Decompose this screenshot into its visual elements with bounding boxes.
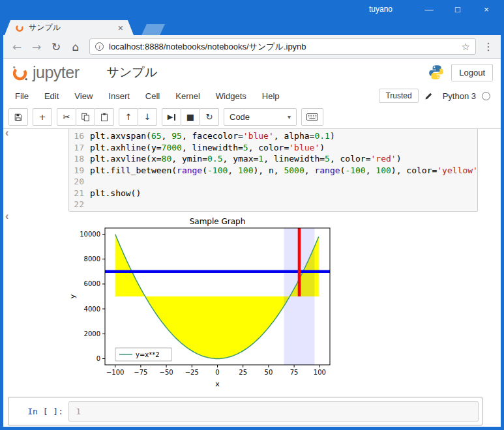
code-line[interactable]: 17plt.axhline(y=7000, linewidth=5, color… [69,142,477,154]
menu-insert[interactable]: Insert [100,91,138,101]
notebook-header: jupyter サンプル Logout [3,59,501,86]
svg-text:100: 100 [314,369,326,376]
menu-widgets[interactable]: Widgets [208,91,254,101]
svg-text:10000: 10000 [80,231,100,238]
bookmark-star-icon[interactable]: ☆ [462,41,470,53]
back-button[interactable]: ← [8,40,25,53]
browser-toolbar: ← → ↻ ⌂ i localhost:8888/notebooks/noteb… [3,35,501,59]
menu-file[interactable]: File [7,91,37,101]
line-number: 20 [69,176,90,188]
reload-button[interactable]: ↻ [48,40,65,53]
svg-text:y: y [68,294,77,298]
add-cell-button[interactable]: + [33,108,52,126]
run-cell-button[interactable]: ▶ [162,108,181,126]
code-cell-input[interactable]: 16plt.axvspan(65, 95, facecolor='blue', … [68,129,478,212]
svg-text:50: 50 [265,369,273,376]
menu-edit[interactable]: Edit [37,91,67,101]
save-button[interactable] [8,108,28,126]
chevron-left-icon: ‹ [5,129,8,139]
svg-text:y=x**2: y=x**2 [136,351,160,358]
kernel-name: Python 3 [443,91,476,101]
svg-text:8000: 8000 [84,255,100,263]
code-line[interactable]: 20 [69,176,477,188]
command-palette-button[interactable] [301,108,323,126]
home-button[interactable]: ⌂ [67,40,84,53]
interrupt-kernel-button[interactable]: ■ [181,108,200,126]
line-number: 21 [69,188,90,199]
svg-text:6000: 6000 [84,280,100,287]
trusted-button[interactable]: Trusted [379,89,418,103]
empty-code-cell[interactable]: In [ ]: 1 [8,397,482,425]
move-cell-up-button[interactable]: ↑ [119,108,138,126]
svg-text:−75: −75 [134,369,147,376]
new-tab-button[interactable] [141,24,165,35]
cell-type-select[interactable]: Code ▾ [224,108,297,126]
run-bar-icon [174,114,175,121]
code-line[interactable]: 18plt.axvline(x=80, ymin=0.5, ymax=1, li… [69,153,477,165]
tab-close-icon[interactable]: × [118,23,123,33]
logout-button[interactable]: Logout [451,64,493,81]
play-icon: ▶ [168,113,173,121]
svg-text:0: 0 [96,355,100,362]
kernel-status-icon [482,92,490,100]
window-user-label: tuyano [369,5,393,14]
browser-tab[interactable]: サンプル × [5,20,134,35]
svg-text:x: x [215,380,220,388]
svg-text:−50: −50 [160,369,173,376]
address-bar[interactable]: i localhost:8888/notebooks/notebooks/サンプ… [89,38,476,55]
minimize-button[interactable]: — [415,0,443,18]
tab-title: サンプル [29,22,113,33]
code-line[interactable]: 22 [69,199,477,210]
window-titlebar[interactable]: tuyano — □ × [3,0,501,18]
line-number: 19 [69,165,90,177]
svg-text:−25: −25 [185,369,199,376]
url-text[interactable]: localhost:8888/notebooks/notebooks/サンプル.… [109,41,456,53]
menu-kernel[interactable]: Kernel [168,91,208,101]
menu-view[interactable]: View [67,91,100,101]
svg-text:−100: −100 [106,369,124,376]
menu-bar-items: FileEditViewInsertCellKernelWidgetsHelp [7,91,288,101]
page-info-icon[interactable]: i [95,42,104,51]
python-logo-icon [428,64,445,81]
restart-kernel-button[interactable]: ↻ [200,108,219,126]
browser-body: ← → ↻ ⌂ i localhost:8888/notebooks/noteb… [3,35,501,427]
input-prompt: In [ ]: [8,407,68,416]
forward-button[interactable]: → [28,40,45,53]
sample-graph-figure: −100−75−50−25025507510002000400060008000… [67,217,338,392]
browser-menu-icon[interactable]: ⋮ [481,40,496,53]
jupyter-page: jupyter サンプル Logout File [3,59,501,427]
chevron-left-icon: ‹ [5,210,8,222]
line-number: 17 [69,142,90,154]
code-line[interactable]: 16plt.axvspan(65, 95, facecolor='blue', … [69,130,477,142]
paste-cell-button[interactable] [95,108,114,126]
dropdown-arrow-icon: ▾ [288,113,291,121]
edit-pencil-icon [424,92,433,100]
svg-text:0: 0 [215,369,219,376]
menu-help[interactable]: Help [254,91,288,101]
notebook-content: ‹ ‹ 16plt.axvspan(65, 95, facecolor='blu… [3,129,501,427]
move-cell-down-button[interactable]: ↓ [138,108,157,126]
copy-cell-button[interactable] [76,108,95,126]
svg-text:75: 75 [290,369,299,376]
close-button[interactable]: × [472,0,501,18]
maximize-button[interactable]: □ [443,0,472,18]
jupyter-logo[interactable]: jupyter [11,63,80,82]
empty-cell-input[interactable]: 1 [68,401,479,422]
notebook-toolbar: + ✂ ↑ ↓ ▶ ■ ↻ [3,106,501,129]
cell-type-value: Code [230,112,250,122]
jupyter-planet-icon [11,64,29,81]
line-number: 22 [69,199,90,210]
jupyter-brand-text: jupyter [33,63,80,82]
code-line[interactable]: 21plt.show() [69,188,477,199]
menu-cell[interactable]: Cell [138,91,168,101]
svg-text:4000: 4000 [84,306,100,313]
menu-bar: FileEditViewInsertCellKernelWidgetsHelp … [3,86,501,106]
jupyter-favicon-icon [15,23,24,33]
svg-text:Sample Graph: Sample Graph [190,217,246,226]
code-lines: 16plt.axvspan(65, 95, facecolor='blue', … [69,130,477,210]
code-line[interactable]: 19plt.fill_between(range(-100, 100), n, … [69,165,477,177]
output-plot: −100−75−50−25025507510002000400060008000… [67,217,338,392]
notebook-title[interactable]: サンプル [107,64,158,81]
cut-cell-button[interactable]: ✂ [57,108,76,126]
browser-window: tuyano — □ × サンプル × ← → ↻ ⌂ i localhost:… [0,0,504,430]
